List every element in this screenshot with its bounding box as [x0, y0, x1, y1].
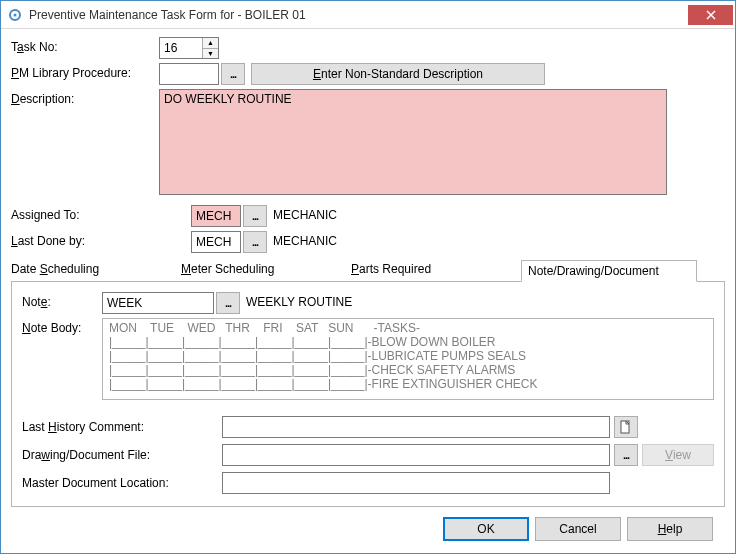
tab-panel: Note: ... WEEKLY ROUTINE Note Body: MON …: [11, 281, 725, 507]
note-body-label: Note Body:: [22, 318, 102, 412]
note-label: Note:: [22, 292, 102, 309]
last-done-input[interactable]: [191, 231, 241, 253]
drawing-document-label: Drawing/Document File:: [22, 448, 222, 462]
drawing-document-browse-button[interactable]: ...: [614, 444, 638, 466]
close-button[interactable]: [688, 5, 733, 25]
window-title: Preventive Maintenance Task Form for - B…: [29, 8, 688, 22]
last-done-browse-button[interactable]: ...: [243, 231, 267, 253]
last-history-label: Last History Comment:: [22, 420, 222, 434]
help-button[interactable]: Help: [627, 517, 713, 541]
form-content: Task No: ▲ ▼ PM Library Procedure: ... E…: [1, 29, 735, 553]
cancel-button[interactable]: Cancel: [535, 517, 621, 541]
enter-non-standard-button[interactable]: Enter Non-Standard Description: [251, 63, 545, 85]
task-no-label: Task No:: [11, 37, 159, 54]
svg-point-1: [14, 13, 17, 16]
tab-meter-scheduling[interactable]: Meter Scheduling: [181, 259, 351, 281]
assigned-to-browse-button[interactable]: ...: [243, 205, 267, 227]
dialog-footer: OK Cancel Help: [11, 507, 725, 553]
drawing-document-input[interactable]: [222, 444, 610, 466]
spinner-up-icon[interactable]: ▲: [203, 38, 218, 49]
note-description: WEEKLY ROUTINE: [246, 292, 352, 309]
last-history-input[interactable]: [222, 416, 610, 438]
bottom-fields: Last History Comment: Drawing/Document F…: [22, 416, 714, 500]
history-copy-button[interactable]: [614, 416, 638, 438]
tab-container: Date Scheduling Meter Scheduling Parts R…: [11, 259, 725, 507]
description-label: Description:: [11, 89, 159, 195]
master-document-location-label: Master Document Location:: [22, 476, 222, 490]
task-no-input[interactable]: [160, 38, 202, 58]
ok-button[interactable]: OK: [443, 517, 529, 541]
tab-date-scheduling[interactable]: Date Scheduling: [11, 259, 181, 281]
pm-library-label: PM Library Procedure:: [11, 63, 159, 80]
titlebar: Preventive Maintenance Task Form for - B…: [1, 1, 735, 29]
app-gear-icon: [7, 7, 23, 23]
description-textarea[interactable]: DO WEEKLY ROUTINE: [159, 89, 667, 195]
note-browse-button[interactable]: ...: [216, 292, 240, 314]
tab-note-drawing-document[interactable]: Note/Drawing/Document: [521, 260, 697, 282]
note-input[interactable]: [102, 292, 214, 314]
last-done-label: Last Done by:: [11, 231, 191, 248]
assigned-to-label: Assigned To:: [11, 205, 191, 222]
assigned-to-display: MECHANIC: [273, 205, 337, 222]
tab-strip: Date Scheduling Meter Scheduling Parts R…: [11, 259, 725, 281]
master-document-location-input[interactable]: [222, 472, 610, 494]
view-button: View: [642, 444, 714, 466]
window: Preventive Maintenance Task Form for - B…: [0, 0, 736, 554]
task-no-spinner[interactable]: ▲ ▼: [159, 37, 219, 59]
assigned-to-input[interactable]: [191, 205, 241, 227]
last-done-display: MECHANIC: [273, 231, 337, 248]
tab-parts-required[interactable]: Parts Required: [351, 259, 521, 281]
spinner-down-icon[interactable]: ▼: [203, 49, 218, 59]
document-icon: [620, 420, 632, 434]
pm-library-browse-button[interactable]: ...: [221, 63, 245, 85]
note-body-textarea[interactable]: MON TUE WED THR FRI SAT SUN -TASKS- |___…: [102, 318, 714, 400]
pm-library-input[interactable]: [159, 63, 219, 85]
